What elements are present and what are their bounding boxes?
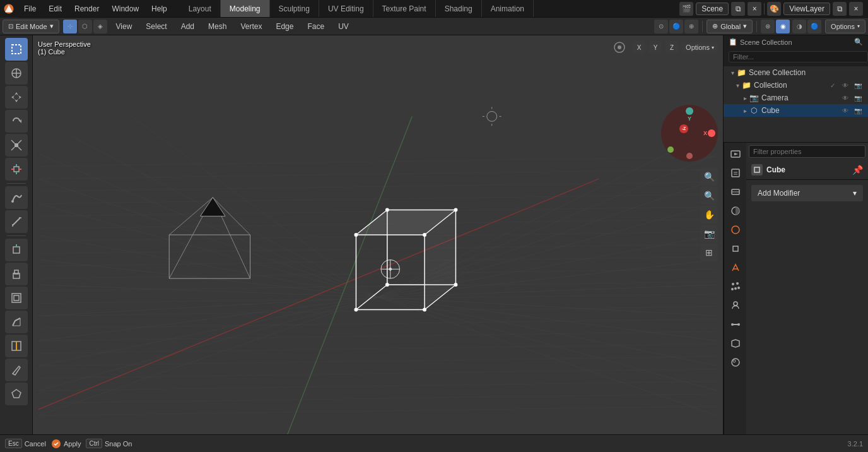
scene-props-btn[interactable] bbox=[727, 202, 744, 220]
material-props-btn[interactable] bbox=[727, 354, 744, 371]
add-cube-tool[interactable] bbox=[5, 239, 28, 261]
rotate-tool[interactable] bbox=[5, 110, 28, 133]
select-box-tool[interactable] bbox=[5, 38, 28, 61]
scene-add-icon[interactable]: × bbox=[748, 2, 761, 16]
magnet-icon[interactable]: 🔵 bbox=[669, 20, 683, 33]
navigation-gizmo[interactable]: Y X -Z bbox=[661, 105, 717, 160]
world-props-btn[interactable] bbox=[727, 221, 744, 239]
transform-tool[interactable] bbox=[5, 158, 28, 181]
mode-selector[interactable]: ⊡ Edit Mode ▾ bbox=[3, 20, 59, 33]
view-layer-copy-icon[interactable]: ⧉ bbox=[833, 2, 847, 16]
bevel-tool[interactable] bbox=[5, 311, 28, 333]
ws-sculpting[interactable]: Sculpting bbox=[270, 0, 319, 17]
ws-shading[interactable]: Shading bbox=[436, 0, 482, 17]
outliner-camera[interactable]: ▸ 📷 Camera 👁 📷 bbox=[724, 92, 868, 104]
outliner-collection[interactable]: ▾ 📁 Collection ✓ 👁 📷 bbox=[724, 79, 868, 92]
menu-help[interactable]: Help bbox=[145, 0, 173, 17]
output-props-btn[interactable] bbox=[727, 164, 744, 182]
snap-icon[interactable]: ⊕ bbox=[684, 20, 698, 33]
ws-texture-paint[interactable]: Texture Paint bbox=[373, 0, 436, 17]
menu-add[interactable]: Add bbox=[176, 20, 199, 33]
edge-select-btn[interactable]: ⬡ bbox=[78, 20, 92, 33]
annotate-tool[interactable] bbox=[5, 186, 28, 209]
outliner-filter-icon[interactable]: 🔍 bbox=[854, 38, 863, 46]
ws-modeling[interactable]: Modeling bbox=[221, 0, 270, 17]
snap-on[interactable]: Ctrl Snap On bbox=[86, 439, 132, 448]
physics-props-btn[interactable] bbox=[727, 297, 744, 314]
view-layer-selector[interactable]: ViewLayer bbox=[783, 3, 830, 15]
apply-button[interactable]: Apply bbox=[51, 439, 81, 449]
scene-selector[interactable]: Scene bbox=[696, 3, 729, 15]
menu-select[interactable]: Select bbox=[141, 20, 172, 33]
x-axis-btn[interactable]: X bbox=[633, 41, 645, 54]
cube-eye-btn[interactable]: 👁 bbox=[840, 105, 850, 116]
gizmo-negx-axis[interactable] bbox=[667, 146, 674, 153]
collection-eye-btn[interactable]: 👁 bbox=[840, 80, 850, 90]
transform-global-selector[interactable]: ⊕ Global ▾ bbox=[707, 20, 753, 33]
shading-btn[interactable]: ◉ bbox=[776, 20, 790, 33]
outliner-cube[interactable]: ▸ ⬡ Cube 👁 📷 bbox=[724, 104, 868, 117]
ws-uv-editing[interactable]: UV Editing bbox=[319, 0, 373, 17]
outliner-search[interactable] bbox=[729, 51, 868, 62]
object-props-btn[interactable] bbox=[727, 240, 744, 258]
viewlayer-props-btn[interactable] bbox=[727, 183, 744, 201]
menu-window[interactable]: Window bbox=[105, 0, 145, 17]
pin-button[interactable]: 📌 bbox=[852, 165, 863, 175]
knife-tool[interactable] bbox=[5, 359, 28, 381]
3d-viewport[interactable]: User Perspective (1) Cube X Y Z Options … bbox=[33, 35, 723, 434]
camera-eye-btn[interactable]: 👁 bbox=[840, 93, 850, 103]
menu-uv[interactable]: UV bbox=[333, 20, 354, 33]
menu-file[interactable]: File bbox=[18, 0, 42, 17]
render-engine-icon[interactable]: 🎬 bbox=[679, 2, 693, 16]
viewport-shading-solid[interactable]: ◑ bbox=[792, 20, 806, 33]
constraints-props-btn[interactable] bbox=[727, 316, 744, 333]
extrude-tool[interactable] bbox=[5, 263, 28, 285]
measure-tool[interactable] bbox=[5, 210, 28, 233]
modifiers-props-btn[interactable] bbox=[727, 259, 744, 277]
add-modifier-button[interactable]: Add Modifier ▾ bbox=[751, 185, 863, 201]
esc-cancel[interactable]: Esc Cancel bbox=[5, 439, 46, 448]
render-props-btn[interactable] bbox=[727, 145, 744, 163]
loop-cut-tool[interactable] bbox=[5, 335, 28, 357]
zoom-in-btn[interactable]: 🔍 bbox=[700, 168, 718, 186]
menu-mesh[interactable]: Mesh bbox=[203, 20, 232, 33]
inset-tool[interactable] bbox=[5, 287, 28, 309]
y-axis-btn[interactable]: Y bbox=[649, 41, 662, 54]
collection-camera-btn[interactable]: 📷 bbox=[853, 80, 863, 90]
particles-props-btn[interactable] bbox=[727, 278, 744, 295]
menu-edit[interactable]: Edit bbox=[42, 0, 68, 17]
vertex-select-btn[interactable]: ⊹ bbox=[63, 20, 77, 33]
overlay-btn[interactable]: ⊛ bbox=[761, 20, 775, 33]
outliner-scene-collection[interactable]: ▾ 📁 Scene Collection bbox=[724, 66, 868, 79]
zoom-out-btn[interactable]: 🔍 bbox=[700, 187, 718, 205]
view-layer-icon[interactable]: 🎨 bbox=[767, 2, 781, 16]
face-select-btn[interactable]: ◈ bbox=[93, 20, 107, 33]
scale-tool[interactable] bbox=[5, 134, 28, 157]
scene-copy-icon[interactable]: ⧉ bbox=[731, 2, 745, 16]
menu-face[interactable]: Face bbox=[302, 20, 329, 33]
data-props-btn[interactable] bbox=[727, 335, 744, 352]
collection-check-btn[interactable]: ✓ bbox=[828, 80, 838, 90]
options-dropdown[interactable]: Options ▾ bbox=[825, 20, 865, 33]
move-tool[interactable] bbox=[5, 86, 28, 109]
viewport-shading-rendered[interactable]: 🔵 bbox=[807, 20, 821, 33]
menu-render[interactable]: Render bbox=[68, 0, 105, 17]
cursor-tool[interactable] bbox=[5, 62, 28, 85]
menu-vertex[interactable]: Vertex bbox=[235, 20, 267, 33]
grid-view-btn[interactable]: ⊞ bbox=[700, 244, 718, 261]
menu-view[interactable]: View bbox=[111, 20, 138, 33]
view-layer-close-icon[interactable]: × bbox=[849, 2, 863, 16]
gizmo-negy-axis[interactable] bbox=[686, 153, 693, 159]
gizmo-x-axis[interactable]: X bbox=[703, 129, 715, 137]
poly-build-tool[interactable] bbox=[5, 383, 28, 405]
camera-view-btn[interactable]: 📷 bbox=[700, 225, 718, 242]
camera-render-btn[interactable]: 📷 bbox=[853, 93, 863, 103]
proportional-edit-btn[interactable]: ⊙ bbox=[654, 20, 668, 33]
menu-edge[interactable]: Edge bbox=[271, 20, 298, 33]
z-axis-btn[interactable]: Z bbox=[666, 41, 678, 54]
viewport-options-dropdown[interactable]: Options ▾ bbox=[682, 42, 718, 52]
cube-render-btn[interactable]: 📷 bbox=[853, 105, 863, 116]
gizmo-negz-axis[interactable]: -Z bbox=[679, 124, 688, 133]
ws-layout[interactable]: Layout bbox=[180, 0, 221, 17]
properties-search-input[interactable] bbox=[749, 145, 865, 158]
